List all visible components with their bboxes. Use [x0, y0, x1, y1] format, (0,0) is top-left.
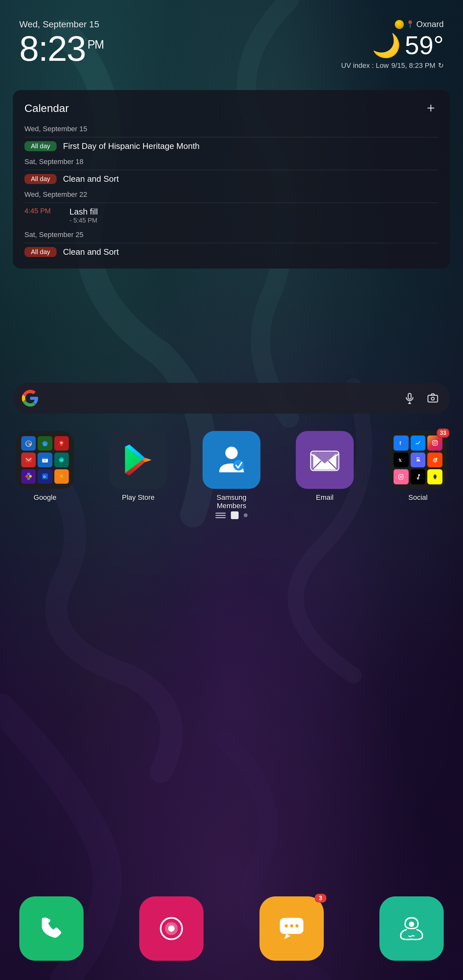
page-indicator-home: [231, 511, 239, 519]
google-logo: [22, 390, 38, 407]
svg-point-54: [409, 921, 414, 927]
svg-text:f: f: [400, 441, 401, 446]
app-social-label: Social: [408, 493, 428, 502]
facetime-icon: [139, 896, 204, 961]
app-email[interactable]: Email: [293, 431, 357, 502]
event-date-2: Wed, September 22: [24, 190, 439, 199]
svg-rect-13: [26, 458, 32, 462]
moon-icon: 🌙: [372, 32, 401, 59]
event-name-0: First Day of Hispanic Heritage Month: [63, 141, 200, 151]
svg-point-26: [234, 460, 244, 471]
svg-rect-2: [408, 393, 411, 399]
page-indicators: [0, 511, 463, 519]
svg-point-34: [434, 442, 436, 444]
smartthings-icon: [379, 896, 444, 961]
app-play-store-label: Play Store: [122, 493, 155, 502]
time-display: 8:23PM: [19, 31, 103, 66]
calendar-event-0: Wed, September 15 All day First Day of H…: [24, 125, 439, 151]
app-social[interactable]: f 𝕏: [386, 431, 450, 502]
page-indicator-lines: [215, 512, 226, 519]
date-display: Wed, September 15: [19, 19, 103, 30]
social-folder-icon: f 𝕏: [389, 431, 447, 489]
event-date-1: Sat, September 18: [24, 158, 439, 166]
bottom-dock: 3: [19, 896, 444, 961]
apps-grid: 15 M G Google: [13, 431, 450, 511]
event-name-3: Clean and Sort: [63, 247, 119, 257]
event-name-1: Clean and Sort: [63, 174, 119, 184]
app-play-store[interactable]: Play Store: [106, 431, 170, 502]
coin-icon: [395, 20, 404, 29]
event-date-3: Sat, September 25: [24, 231, 439, 239]
messages-badge: 3: [315, 894, 326, 902]
app-samsung-members-label: SamsungMembers: [217, 493, 247, 511]
social-badge: 33: [437, 428, 450, 438]
phone-icon: [19, 896, 84, 961]
svg-text:𝕏: 𝕏: [399, 458, 402, 463]
event-tag-1: All day: [24, 174, 57, 184]
svg-text:15: 15: [44, 459, 46, 461]
svg-point-51: [285, 924, 288, 928]
datetime-section: Wed, September 15 8:23PM: [19, 19, 103, 66]
location-pin-icon: 📍: [406, 20, 414, 29]
samsung-members-icon: [202, 431, 261, 489]
calendar-add-button[interactable]: [423, 100, 439, 116]
app-google[interactable]: 15 M G Google: [13, 431, 77, 502]
microphone-icon[interactable]: [401, 390, 418, 407]
svg-point-35: [436, 441, 437, 442]
camera-search-icon[interactable]: [425, 390, 441, 407]
email-icon: [296, 431, 354, 489]
svg-rect-5: [428, 395, 438, 402]
calendar-event-3: Sat, September 25 All day Clean and Sort: [24, 231, 439, 257]
event-sub-2: - 5:45 PM: [70, 217, 98, 224]
calendar-title: Calendar: [24, 102, 69, 115]
svg-point-6: [431, 397, 434, 400]
refresh-icon[interactable]: ↻: [438, 61, 444, 70]
svg-point-42: [435, 460, 436, 460]
svg-point-19: [25, 475, 28, 478]
search-bar[interactable]: [13, 383, 450, 414]
messages-icon: [259, 896, 324, 961]
event-name-2: Lash fill: [70, 207, 98, 217]
svg-point-37: [417, 459, 418, 460]
google-folder-icon: 15 M G: [16, 431, 74, 489]
event-date-0: Wed, September 15: [24, 125, 439, 133]
svg-point-25: [225, 447, 238, 459]
event-tag-2: 4:45 PM: [24, 207, 63, 215]
page-indicator-dot: [244, 513, 248, 517]
svg-point-21: [29, 475, 32, 478]
calendar-widget: Calendar Wed, September 15 All day First…: [13, 90, 450, 269]
svg-point-20: [27, 473, 30, 476]
uv-index-row: UV index : Low 9/15, 8:23 PM ↻: [341, 61, 444, 70]
svg-point-52: [290, 924, 293, 928]
dock-app-smartthings[interactable]: [379, 896, 444, 961]
calendar-event-1: Sat, September 18 All day Clean and Sort: [24, 158, 439, 184]
event-tag-0: All day: [24, 141, 57, 151]
svg-point-46: [400, 476, 402, 478]
weather-section: 📍 Oxnard 🌙 59° UV index : Low 9/15, 8:23…: [341, 19, 444, 70]
dock-app-phone[interactable]: [19, 896, 84, 961]
svg-point-12: [61, 442, 63, 444]
play-store-icon: [109, 431, 167, 489]
dock-app-messages[interactable]: 3: [259, 896, 324, 961]
svg-text:M: M: [60, 459, 63, 462]
svg-text:G: G: [43, 475, 46, 479]
weather-temp-row: 🌙 59°: [341, 30, 444, 60]
weather-location: 📍 Oxnard: [341, 19, 444, 29]
svg-point-38: [418, 459, 419, 460]
svg-point-32: [415, 440, 421, 446]
app-email-label: Email: [316, 493, 333, 502]
temperature-display: 59°: [405, 30, 444, 60]
svg-point-49: [168, 925, 175, 932]
svg-point-22: [27, 477, 30, 480]
event-tag-3: All day: [24, 247, 57, 257]
dock-app-facetime[interactable]: [139, 896, 204, 961]
app-google-label: Google: [34, 493, 57, 502]
app-samsung-members[interactable]: SamsungMembers: [199, 431, 264, 511]
calendar-event-2: Wed, September 22 4:45 PM Lash fill - 5:…: [24, 190, 439, 224]
svg-point-41: [434, 460, 434, 460]
svg-rect-15: [42, 457, 48, 459]
svg-point-53: [295, 924, 298, 928]
